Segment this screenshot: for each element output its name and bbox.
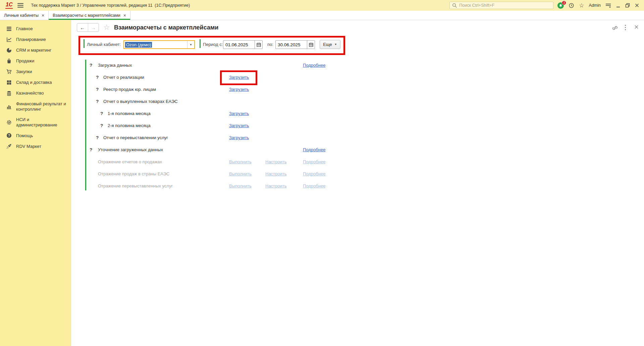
task-row-11: Отражение перевыставленных услугВыполнит… [71,180,440,192]
svg-text:?: ? [8,133,10,137]
bar-chart-icon [6,104,12,109]
task-row-4: ?Отчет о выкупленных товарах ЕАЭС [71,96,440,108]
task-row-8: ?Уточнение загруженных данныхПодробнее [71,144,440,156]
configure-link[interactable]: Настроить [265,168,287,180]
tab-label: Взаиморасчеты с маркетплейсами [53,13,120,18]
planning-icon [6,37,12,42]
sidebar-item-planning[interactable]: Планирование [0,34,71,45]
task-label: Отчет о реализации [103,71,144,83]
sidebar-item-label: Казначейство [16,91,44,96]
minimize-icon[interactable] [616,3,621,8]
search-placeholder: Поиск Ctrl+Shift+F [459,3,494,8]
tab-personal-cabinets[interactable]: Личные кабинеты× [0,11,49,20]
help-question-icon[interactable]: ? [90,144,92,156]
configure-link[interactable]: Настроить [265,180,287,192]
configure-link[interactable]: Настроить [265,156,287,168]
task-label: Загрузка данных [98,59,132,71]
details-link[interactable]: Подробнее [303,168,325,180]
history-icon[interactable] [569,3,574,8]
details-link[interactable]: Подробнее [303,144,325,156]
tab-close-icon[interactable]: × [42,13,44,18]
details-link[interactable]: Подробнее [303,156,325,168]
sidebar-item-label: Планирование [16,37,46,42]
coins-icon [6,91,12,96]
rocket-icon [6,143,12,149]
sidebar-item-purchases[interactable]: Закупки [0,66,71,77]
task-label: Отражение продаж в страны ЕАЭС [98,168,169,180]
restore-window-icon[interactable] [625,3,630,8]
sidebar-item-label: CRM и маркетинг [16,48,51,53]
sidebar-item-crm-marketing[interactable]: CRM и маркетинг [0,45,71,56]
help-question-icon[interactable]: ? [90,59,92,71]
download-link[interactable]: Загрузить [229,120,249,132]
run-link[interactable]: Выполнить [229,180,252,192]
sidebar: ГлавноеПланированиеCRM и маркетингПродаж… [0,20,71,346]
task-row-3: ?Реестр продаж юр. лицамЗагрузить [71,83,440,96]
run-link[interactable]: Выполнить [229,168,252,180]
notifications-icon[interactable]: 1 [557,2,564,9]
task-row-5: ?1-я половина месяцаЗагрузить [71,108,440,120]
download-link[interactable]: Загрузить [229,83,249,96]
sidebar-item-label: RDV Маркет [16,144,41,149]
favorites-star-icon[interactable]: ☆ [579,3,584,8]
sidebar-item-label: Склад и доставка [16,80,52,85]
bag-icon [6,58,12,64]
sidebar-item-nsi-administration[interactable]: НСИ и администрирование [0,114,71,130]
help-circle-icon: ? [6,133,12,138]
task-row-7: ?Отчет о перевыставлении услугЗагрузить [71,132,440,144]
sidebar-item-rdv-market[interactable]: RDV Маркет [0,141,71,152]
titlebar: 1С Тех поддержка Маркет 3 / Управление т… [0,0,644,11]
tab-close-icon[interactable]: × [123,13,126,18]
task-label: Реестр продаж юр. лицам [103,83,156,96]
sidebar-item-warehouse-delivery[interactable]: Склад и доставка [0,77,71,88]
service-menu-icon[interactable] [605,3,611,8]
gear-icon [6,120,12,125]
help-question-icon[interactable]: ? [96,132,99,144]
sidebar-item-label: НСИ и администрирование [16,117,69,127]
close-window-icon[interactable] [635,3,639,8]
boxes-icon [6,80,12,85]
run-link[interactable]: Выполнить [229,156,252,168]
search-icon [452,3,457,8]
task-row-1: ?Загрузка данныхПодробнее [71,59,440,71]
task-row-2: ?Отчет о реализацииЗагрузить [71,71,440,83]
download-link[interactable]: Загрузить [229,132,249,144]
details-link[interactable]: Подробнее [303,180,325,192]
task-label: Отчет о перевыставлении услуг [103,132,168,144]
task-label: Отражение перевыставленных услуг [98,180,173,192]
task-label: 1-я половина месяца [108,108,151,120]
sidebar-item-label: Помощь [16,133,33,138]
sidebar-item-label: Финансовый результат и контроллинг [16,101,69,112]
main-content: ← → ☆ Взаиморасчеты с маркетплейсами Лич… [71,20,644,346]
sidebar-item-sales[interactable]: Продажи [0,56,71,66]
task-row-10: Отражение продаж в страны ЕАЭСВыполнитьН… [71,168,440,180]
user-name[interactable]: Admin [589,3,601,8]
download-link[interactable]: Загрузить [229,108,249,120]
task-label: Отражение отчетов о продажах [98,156,162,168]
search-input[interactable]: Поиск Ctrl+Shift+F [449,2,553,9]
sidebar-item-help[interactable]: ?Помощь [0,130,71,141]
sidebar-item-label: Закупки [16,69,32,74]
help-question-icon[interactable]: ? [96,83,99,96]
help-question-icon[interactable]: ? [100,108,103,120]
download-link[interactable]: Загрузить [229,71,249,83]
task-label: 2-я половина месяца [108,120,151,132]
task-row-6: ?2-я половина месяцаЗагрузить [71,120,440,132]
help-question-icon[interactable]: ? [96,71,99,83]
sidebar-item-treasury[interactable]: Казначейство [0,88,71,99]
task-row-9: Отражение отчетов о продажахВыполнитьНас… [71,156,440,168]
task-rows: ?Загрузка данныхПодробнее?Отчет о реализ… [71,20,644,346]
notification-badge: 1 [562,1,566,5]
help-question-icon[interactable]: ? [100,120,103,132]
sidebar-item-home[interactable]: Главное [0,23,71,34]
task-label: Уточнение загруженных данных [98,144,163,156]
details-link[interactable]: Подробнее [303,59,325,71]
help-question-icon[interactable]: ? [96,96,99,108]
sidebar-item-label: Главное [16,26,33,32]
pie-chart-icon [6,48,12,53]
tab-marketplace-settlements[interactable]: Взаиморасчеты с маркетплейсами× [49,11,130,20]
window-title: Тех поддержка Маркет 3 / Управление торг… [31,3,190,8]
main-menu-icon[interactable] [17,3,23,8]
sidebar-item-financial-result[interactable]: Финансовый результат и контроллинг [0,99,71,114]
sidebar-item-label: Продажи [16,58,34,64]
